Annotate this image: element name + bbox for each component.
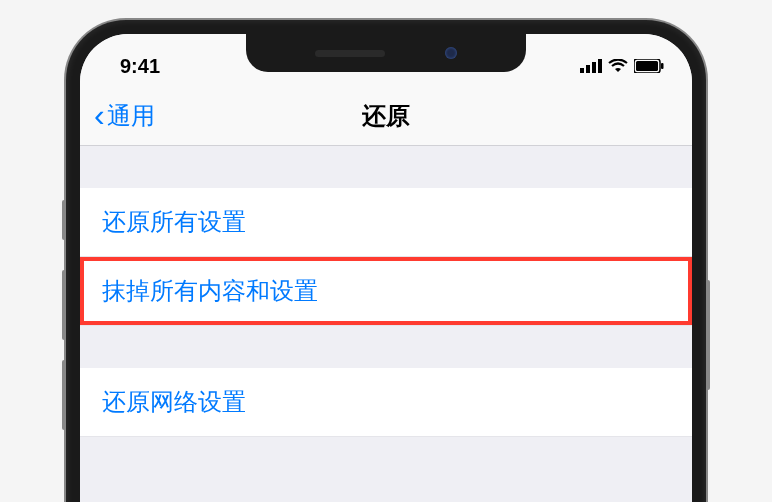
status-icons — [580, 59, 664, 73]
content: 还原所有设置 抹掉所有内容和设置 还原网络设置 — [80, 146, 692, 437]
svg-rect-3 — [598, 59, 602, 73]
svg-rect-1 — [586, 65, 590, 73]
svg-rect-5 — [636, 61, 658, 71]
phone-frame: 9:41 — [66, 20, 706, 502]
speaker — [315, 50, 385, 57]
navigation-bar: ‹ 通用 还原 — [80, 86, 692, 146]
item-label: 还原所有设置 — [102, 208, 246, 235]
chevron-left-icon: ‹ — [94, 97, 105, 134]
svg-rect-2 — [592, 62, 596, 73]
mute-switch — [62, 200, 66, 240]
section-gap — [80, 146, 692, 188]
power-button — [706, 280, 710, 390]
cellular-icon — [580, 59, 602, 73]
reset-all-settings-item[interactable]: 还原所有设置 — [80, 188, 692, 257]
front-camera — [445, 47, 457, 59]
back-label: 通用 — [107, 100, 155, 132]
page-title: 还原 — [362, 100, 410, 132]
volume-up-button — [62, 270, 66, 340]
battery-icon — [634, 59, 664, 73]
svg-rect-6 — [661, 63, 664, 69]
back-button[interactable]: ‹ 通用 — [94, 97, 155, 134]
erase-all-content-item[interactable]: 抹掉所有内容和设置 — [80, 257, 692, 326]
volume-down-button — [62, 360, 66, 430]
item-label: 抹掉所有内容和设置 — [102, 277, 318, 304]
status-time: 9:41 — [120, 55, 160, 78]
phone-screen: 9:41 — [80, 34, 692, 502]
section-gap — [80, 326, 692, 368]
item-label: 还原网络设置 — [102, 388, 246, 415]
notch — [246, 34, 526, 72]
reset-network-settings-item[interactable]: 还原网络设置 — [80, 368, 692, 437]
svg-rect-0 — [580, 68, 584, 73]
wifi-icon — [608, 59, 628, 73]
